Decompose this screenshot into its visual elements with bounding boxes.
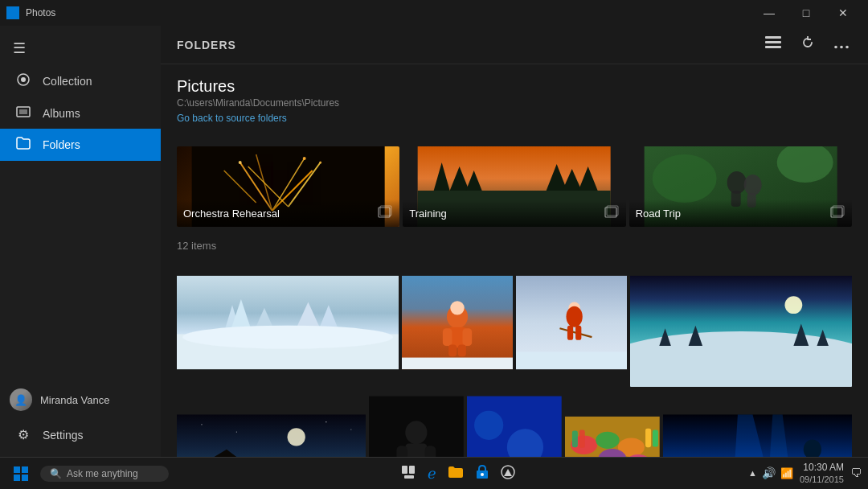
folder-card-training[interactable]: Training bbox=[403, 146, 625, 227]
sidebar: ☰ Collection Albums bbox=[0, 26, 161, 457]
svg-rect-0 bbox=[8, 8, 12, 12]
user-name: Miranda Vance bbox=[40, 394, 109, 406]
minimize-button[interactable]: — bbox=[751, 0, 788, 26]
svg-point-71 bbox=[784, 296, 802, 314]
svg-point-11 bbox=[834, 46, 837, 49]
time-display: 10:30 AM bbox=[800, 462, 844, 475]
photos-taskbar-icon[interactable] bbox=[501, 465, 515, 483]
svg-point-41 bbox=[743, 175, 761, 195]
svg-point-85 bbox=[236, 432, 237, 433]
sidebar-item-albums[interactable]: Albums bbox=[0, 98, 161, 129]
folder-card-roadtrip[interactable]: Road Trip bbox=[629, 146, 852, 227]
photo-blue-texture[interactable] bbox=[467, 390, 562, 457]
folder-label-roadtrip: Road Trip bbox=[629, 199, 852, 227]
hamburger-button[interactable]: ☰ bbox=[0, 32, 39, 64]
svg-marker-130 bbox=[504, 469, 512, 476]
photos-row-2 bbox=[177, 390, 852, 457]
content-area: Pictures C:\users\Miranda\Documents\Pict… bbox=[161, 64, 868, 457]
app-title: Photos bbox=[26, 7, 55, 18]
svg-point-13 bbox=[845, 46, 849, 49]
items-count: 12 items bbox=[177, 240, 852, 252]
app-body: ☰ Collection Albums bbox=[0, 26, 868, 457]
search-bar[interactable]: 🔍 Ask me anything bbox=[40, 466, 169, 482]
svg-rect-126 bbox=[404, 475, 414, 479]
action-center-icon[interactable]: 🗨 bbox=[850, 466, 862, 479]
svg-rect-1 bbox=[14, 8, 18, 12]
taskbar-center: ℯ bbox=[402, 465, 515, 483]
svg-point-24 bbox=[319, 162, 321, 164]
svg-rect-69 bbox=[516, 351, 627, 369]
sidebar-top: ☰ Collection Albums bbox=[0, 26, 161, 167]
edge-icon[interactable]: ℯ bbox=[428, 465, 436, 483]
window-controls: — □ ✕ bbox=[751, 0, 862, 26]
svg-rect-68 bbox=[575, 326, 581, 340]
photo-cabin-night[interactable] bbox=[177, 390, 366, 457]
svg-rect-3 bbox=[14, 14, 18, 18]
svg-rect-120 bbox=[14, 466, 20, 473]
folder-stack-icon-2 bbox=[604, 204, 620, 222]
svg-rect-92 bbox=[425, 446, 436, 457]
network-icon[interactable]: 📶 bbox=[780, 467, 793, 479]
main-header: FOLDERS bbox=[161, 26, 868, 64]
photos-grid bbox=[177, 258, 852, 457]
svg-rect-60 bbox=[448, 345, 457, 357]
photo-sunset-hill[interactable] bbox=[630, 258, 852, 387]
title-bar: Photos — □ ✕ bbox=[0, 0, 868, 26]
start-button[interactable] bbox=[6, 459, 35, 488]
svg-point-5 bbox=[21, 77, 26, 82]
folder-card-orchestra[interactable]: Orchestra Rehearsal bbox=[177, 146, 399, 227]
svg-point-23 bbox=[303, 157, 306, 160]
collection-icon bbox=[15, 72, 31, 90]
photo-orange-child[interactable] bbox=[402, 258, 513, 387]
folder-label-training: Training bbox=[403, 199, 625, 227]
section-title: Pictures bbox=[177, 77, 852, 96]
section-path: C:\users\Miranda\Documents\Pictures bbox=[177, 97, 852, 109]
sidebar-item-folders[interactable]: Folders bbox=[0, 129, 161, 161]
explorer-icon[interactable] bbox=[448, 466, 464, 482]
tray-chevron[interactable]: ▲ bbox=[748, 468, 757, 478]
svg-rect-58 bbox=[443, 328, 452, 346]
folder-stack-icon bbox=[377, 204, 393, 222]
svg-point-12 bbox=[840, 46, 843, 49]
volume-icon[interactable]: 🔊 bbox=[762, 466, 776, 479]
date-display: 09/11/2015 bbox=[800, 474, 844, 485]
photo-underwater[interactable] bbox=[663, 390, 852, 457]
photo-food-market[interactable] bbox=[565, 390, 660, 457]
taskview-icon[interactable] bbox=[402, 466, 416, 482]
svg-point-53 bbox=[182, 326, 392, 349]
more-options-button[interactable] bbox=[831, 35, 852, 55]
svg-rect-7 bbox=[19, 109, 27, 114]
sys-tray-icons: ▲ 🔊 📶 bbox=[748, 466, 793, 479]
svg-point-96 bbox=[474, 411, 503, 440]
user-profile-item[interactable]: 👤 Miranda Vance bbox=[0, 380, 161, 419]
svg-rect-112 bbox=[653, 429, 658, 446]
svg-point-65 bbox=[566, 306, 582, 327]
svg-rect-10 bbox=[765, 46, 781, 48]
svg-point-89 bbox=[406, 421, 428, 444]
photo-skiing-child[interactable] bbox=[516, 258, 627, 387]
app-icon bbox=[6, 6, 19, 19]
page-title: FOLDERS bbox=[177, 39, 236, 51]
clock[interactable]: 10:30 AM 09/11/2015 bbox=[800, 462, 844, 486]
sidebar-item-collection[interactable]: Collection bbox=[0, 64, 161, 98]
back-link[interactable]: Go back to source folders bbox=[177, 113, 287, 124]
svg-rect-91 bbox=[397, 446, 408, 457]
folder-label-orchestra: Orchestra Rehearsal bbox=[177, 199, 399, 227]
photo-snow-wide[interactable] bbox=[177, 258, 399, 387]
list-view-button[interactable] bbox=[762, 35, 784, 55]
photo-silhouette[interactable] bbox=[369, 390, 464, 457]
avatar: 👤 bbox=[10, 388, 32, 411]
refresh-button[interactable] bbox=[797, 34, 818, 55]
close-button[interactable]: ✕ bbox=[825, 0, 862, 26]
svg-point-22 bbox=[239, 161, 242, 164]
albums-icon bbox=[15, 106, 31, 121]
maximize-button[interactable]: □ bbox=[788, 0, 825, 26]
svg-rect-9 bbox=[765, 41, 781, 43]
svg-rect-109 bbox=[572, 431, 578, 448]
photos-row-1 bbox=[177, 258, 852, 387]
sidebar-item-settings[interactable]: ⚙ Settings bbox=[0, 419, 161, 450]
svg-point-128 bbox=[481, 473, 484, 476]
svg-rect-124 bbox=[402, 466, 407, 474]
store-icon[interactable] bbox=[475, 465, 489, 483]
main-content: FOLDERS bbox=[161, 26, 868, 457]
